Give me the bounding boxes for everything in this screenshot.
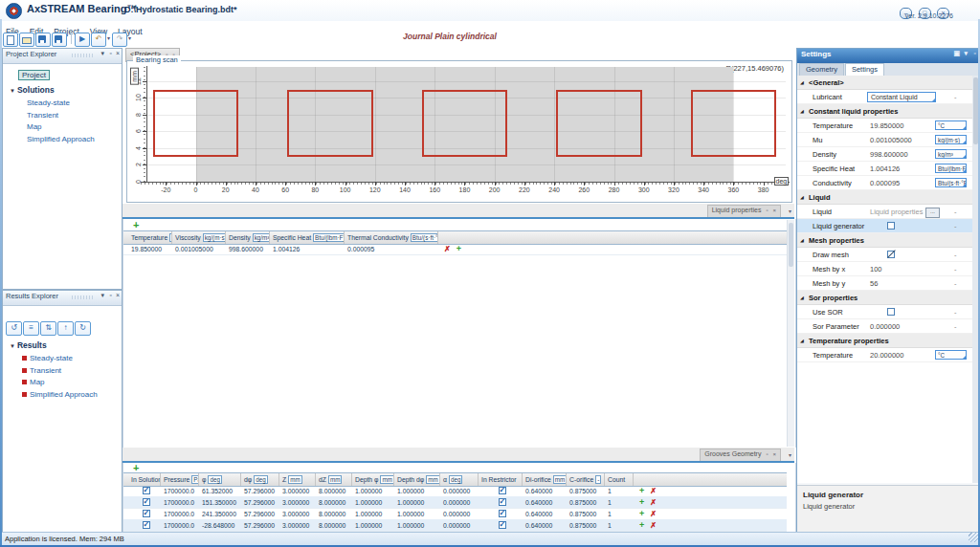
expander-icon[interactable]: ◢ [800, 295, 804, 300]
new-file-icon[interactable] [3, 33, 18, 47]
property-value[interactable]: 0.000095 [870, 179, 900, 187]
delete-row-icon[interactable]: ✗ [650, 498, 657, 507]
resize-grip-icon[interactable] [969, 533, 978, 542]
checkbox-unchecked[interactable] [887, 222, 895, 230]
expander-icon[interactable]: ◢ [800, 237, 804, 243]
tree-item-simplified-approach[interactable]: Simplified Approach [27, 134, 95, 146]
groove-rectangle[interactable] [556, 90, 641, 157]
groove-rectangle[interactable] [153, 90, 238, 157]
close-icon[interactable]: × [116, 292, 120, 298]
tree-item-simplified-approach[interactable]: Simplified Approach [22, 389, 98, 402]
save-all-icon[interactable] [52, 33, 67, 47]
close-icon[interactable]: × [772, 208, 776, 213]
property-mesh-by-x[interactable]: Mesh by x100- [797, 262, 972, 276]
property-sor-parameter[interactable]: Sor Parameter0.000000- [797, 319, 972, 334]
chevron-down-icon[interactable]: ▾ [100, 50, 104, 57]
property-value[interactable]: 0.001005000 [870, 136, 912, 144]
property-specific-heat[interactable]: Specific Heat1.004126Btu/(lbm·F) [797, 162, 972, 176]
redo-icon[interactable]: ↷ [112, 33, 127, 47]
tab-liquid-properties[interactable]: Liquid properties ▫ × [707, 205, 781, 217]
tab-grooves-geometry[interactable]: Grooves Geometry ▫ × [700, 449, 781, 461]
checkbox-checked[interactable] [499, 498, 506, 506]
bearing-scan-chart[interactable]: -200204060801001201401601802002202402602… [127, 61, 791, 202]
ellipsis-button[interactable]: ... [925, 208, 940, 218]
add-row-button[interactable]: + [133, 220, 139, 230]
checkbox-checked[interactable] [499, 510, 506, 517]
chevron-down-icon[interactable]: ▾ [789, 451, 791, 458]
pin-icon[interactable]: ▫ [974, 50, 976, 56]
unit-combo[interactable]: Btu/(lbm·F) [935, 164, 967, 173]
tree-group-solutions[interactable]: ▼Solutions [10, 85, 55, 95]
delete-row-icon[interactable]: ✗ [444, 245, 451, 253]
property-value[interactable]: 56 [870, 279, 878, 288]
property-lubricant[interactable]: LubricantConstant Liquid- [797, 90, 972, 104]
add-row-button[interactable]: + [133, 463, 139, 472]
chevron-down-icon[interactable]: ▾ [964, 50, 968, 57]
checkbox-checked[interactable] [143, 510, 150, 517]
property-temperature[interactable]: Temperature20.000000°C [797, 348, 972, 362]
vertical-scrollbar[interactable] [787, 220, 794, 447]
tree-item-transient[interactable]: Transient [27, 110, 95, 122]
save-icon[interactable] [35, 33, 51, 47]
expander-icon[interactable]: ◢ [800, 108, 804, 114]
undo-icon[interactable]: ↶ [91, 33, 106, 47]
chevron-down-icon[interactable]: ▾ [128, 33, 131, 45]
expander-icon[interactable]: ◢ [800, 194, 804, 200]
sort-structure-icon[interactable]: ↺ [6, 321, 22, 336]
add-row-icon[interactable]: + [639, 520, 644, 530]
tab-settings[interactable]: Settings [845, 63, 884, 76]
property-value[interactable]: 20.000000 [870, 351, 903, 360]
property-value[interactable]: 0.000000 [870, 322, 900, 331]
value-combo[interactable]: Constant Liquid [867, 92, 936, 102]
table-row[interactable]: 1700000.0-28.64800057.2960003.0000008.00… [123, 519, 787, 532]
property-liquid-generator[interactable]: Liquid generator- [797, 219, 972, 233]
sort-az-icon[interactable]: ⇅ [40, 321, 56, 336]
property-value[interactable]: 19.850000 [870, 121, 903, 130]
add-row-icon[interactable]: + [639, 486, 644, 495]
pin-icon[interactable]: ▫ [110, 50, 112, 56]
delete-row-icon[interactable]: ✗ [650, 510, 657, 518]
property-use-sor[interactable]: Use SOR- [797, 305, 972, 319]
checkbox-mixed[interactable] [887, 251, 895, 258]
checkbox-checked[interactable] [499, 487, 506, 494]
property-mu[interactable]: Mu0.001005000kg/(m·s) [797, 133, 972, 147]
close-icon[interactable]: × [116, 50, 120, 56]
chevron-down-icon[interactable]: ▾ [107, 33, 110, 45]
table-row[interactable]: 19.8500000.001005000998.6000001.0041260.… [123, 243, 787, 255]
property-mesh-by-y[interactable]: Mesh by y56- [797, 276, 972, 291]
property-draw-mesh[interactable]: Draw mesh- [797, 248, 972, 262]
tree-node-project[interactable]: Project [18, 70, 50, 80]
add-row-icon[interactable]: + [639, 509, 644, 518]
run-icon[interactable]: ▶ [75, 33, 90, 47]
refresh-icon[interactable]: ↻ [75, 321, 91, 336]
checkbox-checked[interactable] [143, 521, 150, 529]
expander-icon[interactable]: ◢ [800, 79, 804, 85]
groove-rectangle[interactable] [287, 90, 372, 157]
delete-row-icon[interactable]: ✗ [650, 521, 657, 530]
add-row-icon[interactable]: + [639, 497, 644, 507]
unit-combo[interactable]: °C [935, 120, 967, 130]
window-icon[interactable]: ▣ [953, 50, 960, 57]
unit-combo[interactable]: Btu/(s·ft·°F) [935, 178, 967, 187]
delete-row-icon[interactable]: ✗ [650, 487, 657, 495]
tree-item-map[interactable]: Map [22, 377, 98, 389]
chevron-down-icon[interactable]: ▾ [100, 292, 104, 299]
open-file-icon[interactable] [19, 33, 34, 47]
checkbox-checked[interactable] [143, 487, 150, 494]
expander-icon[interactable]: ◢ [800, 338, 804, 343]
property-value[interactable]: 1.004126 [870, 164, 900, 173]
checkbox-unchecked[interactable] [887, 308, 895, 316]
groove-rectangle[interactable] [422, 90, 507, 157]
checkbox-checked[interactable] [143, 498, 150, 506]
sort-list-icon[interactable]: ≡ [23, 321, 39, 336]
tree-item-steady-state[interactable]: Steady-state [27, 98, 95, 110]
unit-combo[interactable]: °C [935, 350, 967, 360]
groove-rectangle[interactable] [691, 90, 776, 157]
checkbox-checked[interactable] [499, 521, 506, 529]
property-liquid[interactable]: LiquidLiquid properties...- [797, 205, 972, 219]
pin-icon[interactable]: ▫ [110, 292, 112, 298]
tree-item-transient[interactable]: Transient [22, 365, 98, 378]
property-conductivity[interactable]: Conductivity0.000095Btu/(s·ft·°F) [797, 176, 972, 190]
property-temperature[interactable]: Temperature19.850000°C [797, 119, 972, 133]
unit-combo[interactable]: kg/(m·s) [935, 135, 967, 144]
